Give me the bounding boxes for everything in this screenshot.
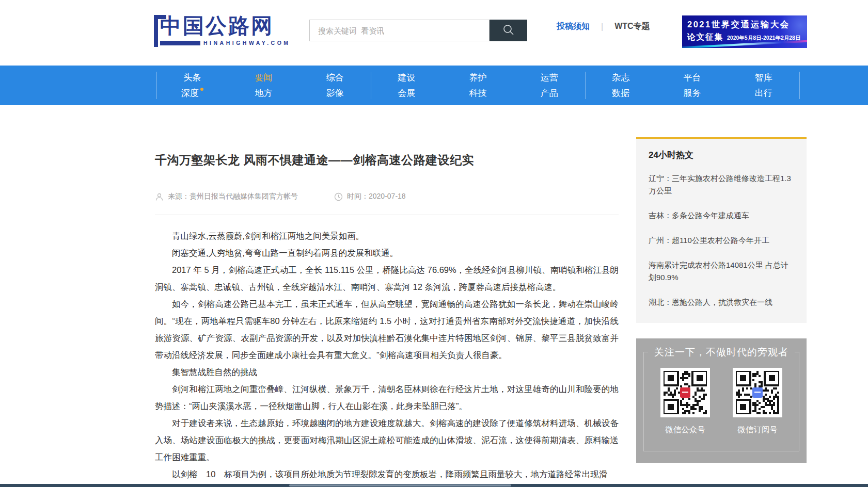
- header: 中国公路网 HINAHIGHWAY.COM 投稿须知 |: [0, 0, 868, 66]
- submission-notice-link[interactable]: 投稿须知: [557, 21, 590, 32]
- clock-icon: [334, 192, 343, 201]
- site-logo-title: 中国公路网: [160, 14, 291, 38]
- nav-col-zazhi-shuju: 杂志 数据: [585, 66, 656, 105]
- scrollbar-thumb[interactable]: [289, 484, 511, 486]
- nav-item-yingxiang[interactable]: 影像: [299, 86, 371, 101]
- top-links: 投稿须知 | WTC专题: [557, 21, 650, 32]
- logo-underbar-shape: [160, 41, 200, 45]
- nav-item-chanpin[interactable]: 产品: [514, 86, 585, 101]
- wechat-subscription-label: 微信订阅号: [733, 425, 782, 435]
- search-bar: [309, 20, 527, 41]
- site-logo[interactable]: 中国公路网 HINAHIGHWAY.COM: [154, 14, 291, 47]
- link-separator: |: [601, 22, 603, 31]
- hot-article-link[interactable]: 海南累计完成农村公路14081公里 占总计划90.9%: [649, 259, 794, 284]
- nav-item-yunying[interactable]: 运营: [514, 70, 585, 86]
- nav-item-chuxing[interactable]: 出行: [728, 86, 799, 101]
- nav-divider: [371, 72, 371, 99]
- nav-col-pingtai-fuwu: 平台 服务: [656, 66, 728, 105]
- nav-item-zazhi[interactable]: 杂志: [585, 70, 656, 86]
- nav-col-yunying-chanpin: 运营 产品: [514, 66, 585, 105]
- page: 中国公路网 HINAHIGHWAY.COM 投稿须知 |: [0, 0, 868, 487]
- article-time: 时间：2020-07-18: [347, 192, 406, 201]
- nav-item-pingtai[interactable]: 平台: [656, 70, 728, 86]
- new-dot-badge: [200, 88, 203, 91]
- nav-col-zhiku-chuxing: 智库 出行: [728, 66, 799, 105]
- article-source: 来源：贵州日报当代融媒体集团官方帐号: [168, 192, 298, 201]
- article-meta: 来源：贵州日报当代融媒体集团官方帐号 时间：2020-07-18: [155, 192, 619, 201]
- hot-article-link[interactable]: 湖北：恩施公路人，抗洪救灾在一线: [649, 296, 794, 309]
- nav-item-shendu[interactable]: 深度: [156, 86, 228, 101]
- wtc-2021-ad-banner[interactable]: 2021世界交通运输大会 论文征集 2020年5月8日-2021年2月28日: [682, 15, 807, 48]
- search-button[interactable]: [490, 20, 527, 41]
- paragraph: 如今，剑榕高速公路已基本完工，虽未正式通车，但从高空眺望，宽阔通畅的高速公路犹如…: [155, 296, 619, 364]
- article-title: 千沟万壑架长龙 风雨不惧建通途——剑榕高速公路建设纪实: [155, 152, 619, 168]
- hot-articles-box: 24小时热文 辽宁：三年实施农村公路维修改造工程1.3万公里 吉林：多条公路今年…: [636, 137, 807, 323]
- nav-col-toutiao-shendu: 头条 深度: [156, 66, 228, 105]
- meta-divider: [155, 215, 619, 215]
- sidebar: 24小时热文 辽宁：三年实施农村公路维修改造工程1.3万公里 吉林：多条公路今年…: [636, 137, 807, 463]
- wechat-official-qr-code: [660, 368, 710, 417]
- nav-item-difang[interactable]: 地方: [228, 86, 299, 101]
- wechat-follow-box: 关注一下，不做时代的旁观者 微信公众号 微信订阅号: [636, 338, 807, 463]
- nav-item-keji[interactable]: 科技: [442, 86, 513, 101]
- paragraph: 青山绿水,云蒸霞蔚,剑河和榕江两地之间美景如画。: [155, 228, 619, 245]
- wechat-official-label: 微信公众号: [660, 425, 710, 435]
- hot-article-link[interactable]: 辽宁：三年实施农村公路维修改造工程1.3万公里: [649, 172, 794, 197]
- paragraph: 剑河和榕江两地之间重峦叠嶂、江河纵横、景象万千，清朝名臣林则徐在行经这片土地，对…: [155, 381, 619, 415]
- wechat-subscription-qr-code: [733, 368, 782, 417]
- nav-item-zhiku[interactable]: 智库: [728, 70, 799, 86]
- paragraph: 2017 年 5 月，剑榕高速正式动工，全长 115.115 公里，桥隧比高达 …: [155, 262, 619, 296]
- wechat-follow-title: 关注一下，不做时代的旁观者: [648, 346, 795, 359]
- nav-divider: [799, 72, 800, 99]
- site-logo-domain: HINAHIGHWAY.COM: [203, 40, 291, 46]
- nav-item-shuju[interactable]: 数据: [585, 86, 656, 101]
- nav-item-jianshe[interactable]: 建设: [371, 70, 442, 86]
- banner-cta: 论文征集: [687, 32, 723, 43]
- search-input[interactable]: [309, 20, 490, 41]
- banner-date: 2020年5月8日-2021年2月28日: [727, 35, 800, 42]
- nav-item-yanghu[interactable]: 养护: [442, 70, 513, 86]
- nav-col-jianshe-huizhan: 建设 会展: [371, 66, 442, 105]
- nav-item-huizhan[interactable]: 会展: [371, 86, 442, 101]
- wtc-topic-link[interactable]: WTC专题: [614, 21, 650, 32]
- paragraph: 集智慧战胜自然的挑战: [155, 364, 619, 381]
- hot-article-link[interactable]: 广州：超110公里农村公路今年开工: [649, 234, 794, 247]
- search-icon: [502, 23, 515, 38]
- paragraph: 对于建设者来说，生态越原始，环境越幽闭的地方建设难度就越大。剑榕高速的建设除了便…: [155, 415, 619, 466]
- nav-col-yaowen-difang: 要闻 地方: [228, 66, 299, 105]
- banner-title: 2021世界交通运输大会: [687, 19, 802, 30]
- paragraph: 以剑榕 10 标项目为例，该项目所处地质为节理裂隙发育的变质板岩，降雨频繁且雨量…: [155, 466, 619, 483]
- nav-col-yanghu-keji: 养护 科技: [442, 66, 513, 105]
- nav-item-fuwu[interactable]: 服务: [656, 86, 728, 101]
- window-bottom-scrollbar[interactable]: [0, 484, 868, 487]
- nav-item-yaowen-active[interactable]: 要闻: [228, 70, 299, 86]
- main-nav: 头条 深度 要闻 地方 综合 影像 建设 会展 养护 科技 运营 产品: [0, 66, 868, 105]
- article: 千沟万壑架长龙 风雨不惧建通途——剑榕高速公路建设纪实 来源：贵州日报当代融媒体…: [155, 152, 619, 483]
- author-icon: [155, 192, 164, 201]
- nav-item-zonghe[interactable]: 综合: [299, 70, 371, 86]
- nav-item-toutiao[interactable]: 头条: [156, 70, 228, 86]
- article-body: 青山绿水,云蒸霞蔚,剑河和榕江两地之间美景如画。 闭塞交通,人穷地贫,弯弯山路一…: [155, 228, 619, 483]
- nav-divider: [585, 72, 586, 99]
- hot-articles-title: 24小时热文: [649, 149, 794, 161]
- paragraph: 闭塞交通,人穷地贫,弯弯山路一直制约着两县的发展和联通。: [155, 245, 619, 262]
- hot-article-link[interactable]: 吉林：多条公路今年建成通车: [649, 209, 794, 222]
- nav-col-zonghe-yingxiang: 综合 影像: [299, 66, 371, 105]
- nav-divider: [156, 72, 157, 99]
